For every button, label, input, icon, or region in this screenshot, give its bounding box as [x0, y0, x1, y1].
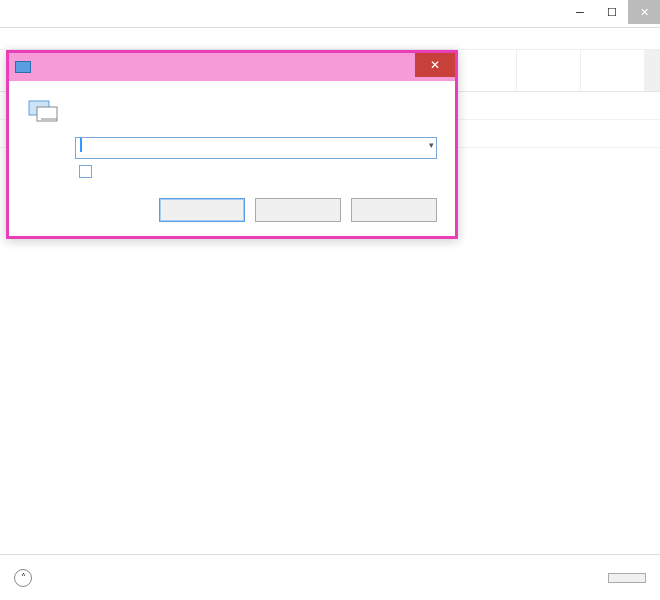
minimize-button[interactable]: ─ [564, 0, 596, 24]
cancel-button[interactable] [255, 198, 341, 222]
create-task-dialog: ✕ ▾ [6, 50, 458, 239]
run-icon [27, 95, 59, 123]
chevron-down-icon[interactable]: ▾ [429, 140, 434, 150]
admin-checkbox[interactable] [79, 165, 92, 178]
maximize-button[interactable]: ☐ [596, 0, 628, 24]
col-header-disk[interactable] [516, 50, 580, 91]
restart-button[interactable] [608, 573, 646, 583]
chevron-up-icon: ˄ [14, 569, 32, 587]
run-window-icon [15, 61, 31, 73]
menubar [0, 28, 660, 50]
browse-button[interactable] [351, 198, 437, 222]
dialog-close-button[interactable]: ✕ [415, 53, 455, 77]
dialog-titlebar[interactable]: ✕ [9, 53, 455, 81]
fewer-details-button[interactable]: ˄ [14, 569, 38, 587]
open-input[interactable]: ▾ [75, 137, 437, 159]
col-header-network[interactable] [580, 50, 644, 91]
close-button[interactable]: ✕ [628, 0, 660, 24]
footer: ˄ [0, 554, 660, 600]
col-header-memory[interactable] [452, 50, 516, 91]
window-titlebar: ─ ☐ ✕ [0, 0, 660, 28]
ok-button[interactable] [159, 198, 245, 222]
scrollbar[interactable] [644, 50, 660, 91]
